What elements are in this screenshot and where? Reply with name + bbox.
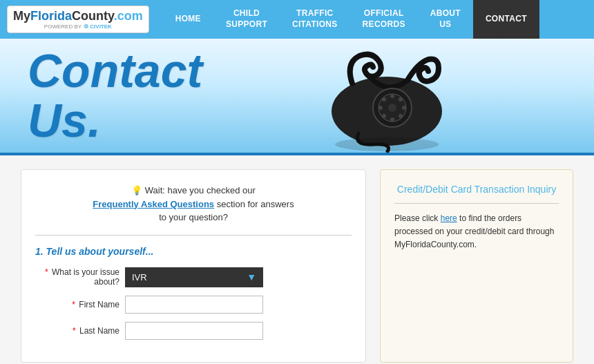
logo[interactable]: MyFloridaCounty.com POWERED BY ⚙ CIVITEK [7, 6, 149, 34]
faq-section: 💡 Wait: have you checked our Frequently … [35, 184, 352, 236]
logo-text: MyFloridaCounty.com [13, 9, 143, 24]
faq-link[interactable]: Frequently Asked Questions [93, 199, 214, 209]
required-star-2: * [72, 300, 75, 309]
hero-banner: Contact Us. [0, 39, 594, 153]
info-panel: Credit/Debit Card Transaction Inquiry Pl… [380, 169, 573, 363]
nav-item-contact[interactable]: CONTACT [473, 0, 539, 39]
nav-item-child-support[interactable]: CHILDSUPPORT [213, 0, 280, 39]
form-section-title: 1. Tell us about yourself... [35, 246, 352, 257]
issue-select[interactable]: IVR Website Payment Other [125, 267, 263, 287]
last-name-input[interactable] [125, 322, 263, 340]
issue-row: * What is your issue about? IVR Website … [35, 267, 352, 287]
last-name-label: * Last Name [35, 326, 125, 336]
first-name-input[interactable] [125, 296, 263, 314]
nav-item-official-records[interactable]: OFFICIALRECORDS [350, 0, 418, 39]
nav-item-traffic-citations[interactable]: TRAFFICCITATIONS [280, 0, 350, 39]
svg-point-3 [388, 104, 396, 112]
issue-select-wrapper: IVR Website Payment Other ▼ [125, 267, 263, 287]
info-panel-body: Please click here to find the orders pro… [394, 212, 559, 252]
hero-text: Contact Us. [28, 46, 202, 145]
main-content: 💡 Wait: have you checked our Frequently … [0, 155, 594, 364]
required-star: * [45, 267, 48, 277]
svg-point-4 [390, 94, 394, 98]
info-link[interactable]: here [441, 213, 457, 223]
svg-point-9 [382, 114, 386, 118]
required-star-3: * [73, 326, 76, 336]
svg-point-10 [379, 106, 383, 110]
nav-item-about-us[interactable]: ABOUTUS [418, 0, 473, 39]
issue-label: * What is your issue about? [35, 267, 125, 287]
phone-image [318, 42, 456, 149]
nav-links: HOME CHILDSUPPORT TRAFFICCITATIONS OFFIC… [163, 0, 587, 39]
svg-point-6 [402, 106, 406, 110]
info-panel-title: Credit/Debit Card Transaction Inquiry [394, 184, 559, 195]
svg-point-12 [335, 137, 439, 151]
svg-point-5 [399, 97, 403, 102]
svg-point-11 [382, 97, 386, 102]
svg-point-7 [399, 114, 403, 118]
navbar: MyFloridaCounty.com POWERED BY ⚙ CIVITEK… [0, 0, 594, 39]
info-divider [394, 203, 559, 204]
faq-intro-text: 💡 Wait: have you checked our Frequently … [35, 184, 352, 224]
form-panel: 💡 Wait: have you checked our Frequently … [21, 169, 366, 363]
first-name-row: * First Name [35, 296, 352, 314]
first-name-label: * First Name [35, 300, 125, 309]
last-name-row: * Last Name [35, 322, 352, 340]
nav-item-home[interactable]: HOME [163, 0, 213, 39]
logo-powered: POWERED BY ⚙ CIVITEK [44, 23, 112, 30]
svg-point-8 [390, 117, 394, 122]
